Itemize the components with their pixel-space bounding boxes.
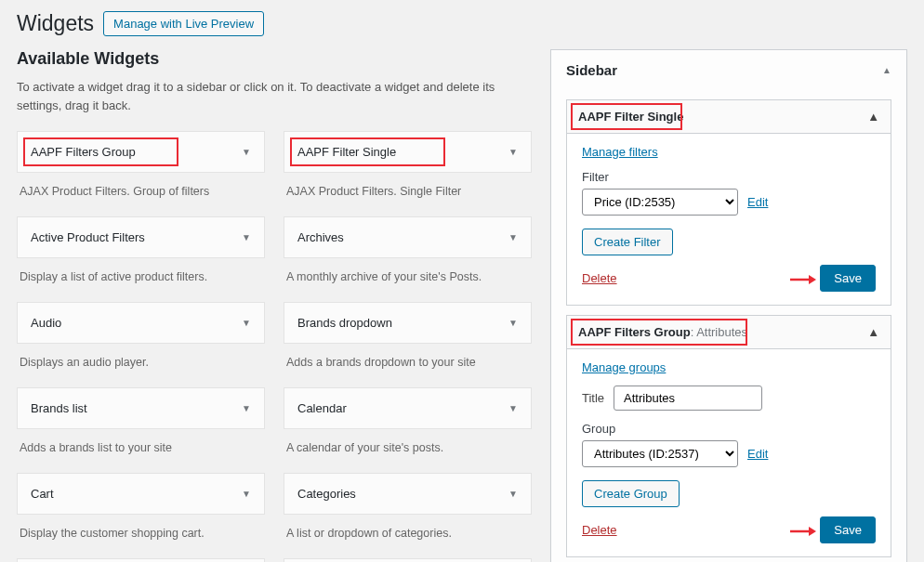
widget-name: Brands list [31,401,87,415]
chevron-down-icon: ▼ [508,232,518,242]
widget-panel-header[interactable]: AAPF Filters Group: Attributes▲ [567,316,891,349]
highlight-box [571,103,682,130]
widget-name: Brands dropdown [297,316,392,330]
available-widget-item[interactable]: Cart▼ [17,473,265,515]
chevron-down-icon: ▼ [508,403,518,413]
delete-link[interactable]: Delete [582,523,617,537]
filter-select[interactable]: Price (ID:2535) [582,189,738,216]
collapse-icon: ▲ [867,325,879,339]
sidebar-widget-panel: AAPF Filter Single▲Manage filtersFilterP… [566,99,891,306]
highlight-box [571,319,747,346]
available-widget-item[interactable]: Brands dropdown▼ [284,302,532,344]
save-button[interactable]: Save [820,516,876,543]
widget-description: Display the customer shopping cart. [17,515,265,555]
widget-name: AAPF Filters Group [31,145,136,159]
manage-link[interactable]: Manage filters [582,145,658,159]
title-input[interactable] [614,386,762,411]
save-button[interactable]: Save [820,265,876,292]
widget-description: A monthly archive of your site's Posts. [284,258,532,298]
widget-description: A list or dropdown of categories. [284,515,532,555]
chevron-down-icon: ▼ [242,403,251,413]
available-widgets-heading: Available Widgets [17,49,532,69]
available-widget-item[interactable]: Brands list▼ [17,387,265,429]
widget-panel-header[interactable]: AAPF Filter Single▲ [567,100,891,134]
available-widget-item[interactable]: Filter Products by Attribute▼ [284,558,532,562]
available-widget-item[interactable]: Active Product Filters▼ [17,216,265,258]
available-widget-item[interactable]: AAPF Filters Group▼ [17,131,265,173]
widget-description: Displays an audio player. [17,344,265,384]
live-preview-button[interactable]: Manage with Live Preview [103,11,264,36]
widget-description: AJAX Product Filters. Group of filters [17,173,265,213]
available-widgets-subtitle: To activate a widget drag it to a sideba… [17,78,532,114]
svg-marker-1 [809,275,816,284]
widget-name: Audio [31,316,61,330]
arrow-right-icon [788,271,816,285]
edit-link[interactable]: Edit [747,447,768,461]
available-widget-item[interactable]: Custom HTML▼ [17,558,265,562]
create-filter-button[interactable]: Create Filter [582,229,673,255]
widget-name: Active Product Filters [31,230,145,244]
manage-link[interactable]: Manage groups [582,360,666,374]
widget-name: AAPF Filter Single [297,145,396,159]
chevron-down-icon: ▼ [242,147,251,157]
available-widget-item[interactable]: Calendar▼ [284,387,532,429]
widget-description: A calendar of your site's posts. [284,429,532,469]
create-group-button[interactable]: Create Group [582,480,680,507]
chevron-down-icon: ▼ [242,318,251,328]
widget-name: Calendar [297,401,347,415]
widget-name: Archives [297,230,344,244]
sidebar-title: Sidebar [566,62,617,78]
available-widget-item[interactable]: Categories▼ [284,473,532,515]
edit-link[interactable]: Edit [747,195,768,209]
widget-description: Adds a brands list to your site [17,429,265,469]
chevron-down-icon: ▼ [242,489,251,499]
widget-description: AJAX Product Filters. Single Filter [284,173,532,213]
collapse-icon: ▲ [882,65,891,75]
available-widget-item[interactable]: Audio▼ [17,302,265,344]
widget-name: Categories [297,487,356,501]
chevron-down-icon: ▼ [242,232,251,242]
widget-description: Display a list of active product filters… [17,258,265,298]
sidebar-header[interactable]: Sidebar ▲ [551,50,906,90]
chevron-down-icon: ▼ [508,147,518,157]
available-widget-item[interactable]: AAPF Filter Single▼ [284,131,532,173]
widget-description: Adds a brands dropdown to your site [284,344,532,384]
page-title: Widgets [17,11,94,36]
chevron-down-icon: ▼ [508,489,518,499]
field-label: Title [582,391,604,405]
svg-marker-3 [809,527,816,536]
widget-name: Cart [31,487,54,501]
collapse-icon: ▲ [867,110,879,124]
chevron-down-icon: ▼ [508,318,518,328]
arrow-right-icon [788,523,816,537]
group-select[interactable]: Attributes (ID:2537) [582,440,738,467]
field-label: Group [582,422,876,436]
field-label: Filter [582,170,876,184]
delete-link[interactable]: Delete [582,271,617,285]
available-widget-item[interactable]: Archives▼ [284,216,532,258]
sidebar-widget-panel: AAPF Filters Group: Attributes▲Manage gr… [566,315,891,557]
